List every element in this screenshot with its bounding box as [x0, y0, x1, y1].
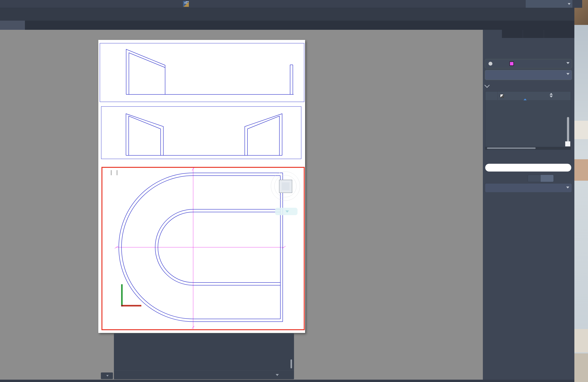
viewcube[interactable] — [269, 170, 302, 202]
chevron-down-icon[interactable] — [276, 374, 279, 376]
viewport-controls[interactable] — [108, 170, 120, 175]
chevron-down-icon — [567, 62, 569, 64]
tab-xref[interactable] — [502, 30, 523, 38]
properties-filter-toggle[interactable] — [528, 175, 554, 182]
viewport-elevation-1[interactable] — [100, 43, 304, 102]
layer-tools-row — [483, 48, 574, 57]
sort-ascending-icon — [524, 99, 527, 100]
tab-sheets[interactable] — [523, 30, 544, 38]
quick-access-toolbar — [0, 8, 574, 21]
viewport-plan-active[interactable] — [102, 167, 305, 330]
chevron-down-icon — [568, 3, 570, 5]
layer-list-header[interactable] — [485, 91, 571, 100]
chevron-down-icon — [285, 211, 289, 212]
centerlines — [115, 168, 286, 329]
layer-on-icon — [488, 62, 492, 66]
autocad-window — [0, 0, 588, 382]
command-panel[interactable] — [114, 333, 294, 379]
hide-layer-list-toggle[interactable] — [485, 82, 494, 90]
wallpaper-photo — [574, 329, 588, 352]
file-tab-bar — [0, 21, 574, 30]
command-scrollbar[interactable] — [291, 360, 292, 368]
sort-toggle-icon[interactable] — [550, 93, 553, 98]
filter-my-button[interactable] — [541, 175, 554, 182]
tab-layers[interactable] — [483, 30, 502, 38]
user-account-button[interactable] — [526, 0, 572, 8]
chevron-down-icon — [567, 73, 569, 75]
layer-list-vscrollbar[interactable] — [567, 117, 569, 145]
desktop-wallpaper — [574, 0, 588, 382]
chevron-down-icon — [106, 375, 109, 377]
name-column-icon — [500, 94, 504, 98]
palette-overflow-button[interactable] — [564, 30, 574, 38]
ucs-icon — [121, 284, 141, 306]
status-bar — [0, 380, 574, 382]
viewport-elevation-2[interactable] — [101, 106, 301, 159]
viewcube-top-face[interactable] — [279, 180, 292, 193]
elevation-1-drawing — [100, 43, 304, 102]
tab-model[interactable] — [0, 21, 25, 30]
layer-list — [485, 91, 571, 150]
selection-type-dropdown[interactable] — [485, 184, 572, 192]
wallpaper-photo — [574, 159, 588, 181]
palette-tab-strip — [483, 30, 574, 38]
wcs-menu[interactable] — [275, 208, 297, 215]
right-palette — [483, 30, 574, 380]
current-layer-dropdown[interactable] — [485, 59, 572, 68]
layer-color-swatch — [509, 62, 514, 66]
filter-all-button[interactable] — [528, 175, 541, 182]
command-prompt-chip[interactable] — [101, 372, 113, 379]
command-input-row[interactable] — [114, 371, 294, 379]
wallpaper-photo — [574, 353, 588, 382]
titlebar-extension — [574, 0, 582, 8]
chevron-down-icon — [484, 83, 490, 88]
chevron-down-icon — [566, 187, 569, 189]
window-title — [183, 0, 200, 8]
elevation-2-drawing — [102, 107, 301, 159]
wallpaper-window — [574, 121, 588, 139]
scroll-corner — [565, 141, 570, 147]
layer-search-box[interactable] — [485, 164, 571, 171]
layer-list-hscrollbar[interactable] — [485, 147, 571, 149]
search-input[interactable] — [495, 164, 568, 171]
autocad-app-icon — [183, 1, 189, 7]
layer-state-dropdown[interactable] — [485, 70, 572, 80]
title-bar — [0, 0, 582, 8]
layer-bottom-tools — [483, 153, 574, 162]
